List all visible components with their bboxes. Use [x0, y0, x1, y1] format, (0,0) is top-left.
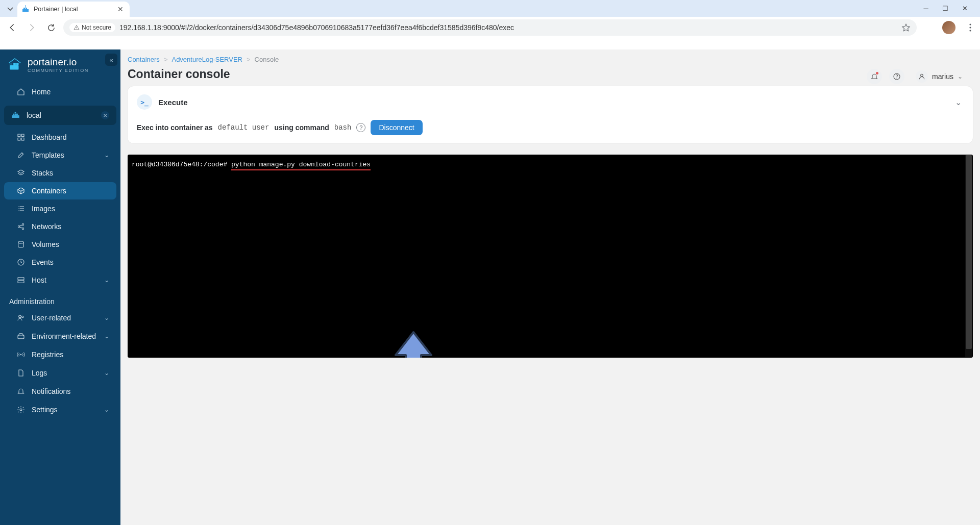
forward-button[interactable] [24, 20, 39, 35]
sidebar-item-notifications[interactable]: Notifications [4, 383, 116, 400]
sidebar-item-templates[interactable]: Templates ⌄ [4, 146, 116, 164]
svg-line-31 [19, 225, 22, 227]
list-icon [16, 205, 26, 213]
sidebar-item-label: Templates [32, 151, 64, 159]
sidebar-item-images[interactable]: Images [4, 200, 116, 217]
terminal[interactable]: root@d34306d75e48:/code# python manage.p… [128, 155, 973, 358]
sidebar-item-label: Environment-related [32, 332, 96, 340]
chrome-menu-button[interactable] [966, 23, 975, 32]
sidebar-section-administration: Administration [0, 289, 120, 309]
sidebar-item-label: Notifications [32, 387, 70, 395]
browser-tab[interactable]: Portainer | local ✕ [17, 2, 130, 17]
svg-rect-2 [26, 8, 27, 9]
svg-point-37 [19, 315, 21, 318]
scrollbar-thumb[interactable] [966, 155, 972, 349]
sidebar-item-label: Host [32, 276, 46, 284]
user-icon [916, 70, 928, 83]
svg-point-25 [18, 206, 18, 207]
sidebar-item-host[interactable]: Host ⌄ [4, 271, 116, 289]
security-badge-label: Not secure [82, 24, 111, 31]
sidebar-item-label: Volumes [32, 240, 59, 248]
sidebar-item-settings[interactable]: Settings ⌄ [4, 401, 116, 418]
box-icon [16, 187, 26, 195]
sidebar-environment[interactable]: local ✕ [4, 106, 116, 125]
sidebar-item-logs[interactable]: Logs ⌄ [4, 364, 116, 382]
portainer-favicon [21, 5, 30, 13]
breadcrumb: Containers > AdventureLog-SERVER > Conso… [128, 49, 973, 66]
sidebar-item-networks[interactable]: Networks [4, 218, 116, 235]
portainer-app: portainer.io COMMUNITY EDITION « Home lo… [0, 49, 980, 525]
help-button[interactable] [889, 69, 904, 84]
window-minimize-button[interactable]: ─ [921, 5, 931, 12]
tab-title: Portainer | local [34, 6, 115, 13]
sidebar-item-label: Stacks [32, 169, 53, 177]
user-name: marius [932, 72, 953, 81]
exec-command: bash [334, 123, 352, 132]
terminal-command: python manage.py download-countries [231, 161, 371, 168]
svg-rect-1 [23, 8, 25, 9]
layers-icon [16, 169, 26, 177]
help-icon[interactable]: ? [356, 123, 365, 132]
sidebar-item-stacks[interactable]: Stacks [4, 164, 116, 182]
terminal-line: root@d34306d75e48:/code# python manage.p… [132, 161, 969, 168]
svg-point-43 [896, 78, 897, 78]
svg-point-7 [969, 30, 971, 31]
svg-point-5 [969, 23, 971, 25]
radio-icon [16, 351, 26, 359]
terminal-icon: >_ [137, 94, 152, 110]
reload-button[interactable] [44, 20, 58, 35]
sidebar-collapse-button[interactable]: « [105, 54, 117, 66]
sidebar-item-environment-related[interactable]: Environment-related ⌄ [4, 328, 116, 345]
security-badge[interactable]: Not secure [69, 23, 115, 32]
sidebar-header: portainer.io COMMUNITY EDITION « [0, 49, 120, 81]
svg-point-6 [969, 27, 971, 28]
window-close-button[interactable]: ✕ [960, 5, 970, 12]
sidebar-item-registries[interactable]: Registries [4, 346, 116, 363]
sidebar: portainer.io COMMUNITY EDITION « Home lo… [0, 49, 120, 525]
svg-point-41 [20, 409, 22, 411]
svg-rect-16 [16, 114, 18, 115]
window-maximize-button[interactable]: ☐ [940, 5, 950, 12]
home-icon [16, 88, 26, 96]
brand[interactable]: portainer.io COMMUNITY EDITION [7, 57, 89, 73]
sidebar-item-user-related[interactable]: User-related ⌄ [4, 309, 116, 327]
database-icon [16, 240, 26, 248]
sidebar-item-dashboard[interactable]: Dashboard [4, 129, 116, 146]
svg-rect-19 [21, 134, 24, 137]
svg-point-33 [18, 241, 24, 243]
sidebar-item-home[interactable]: Home [4, 83, 116, 101]
profile-avatar[interactable] [942, 21, 955, 34]
sidebar-item-events[interactable]: Events [4, 254, 116, 271]
top-actions: marius ⌄ [867, 68, 973, 85]
sidebar-item-label: Settings [32, 406, 58, 414]
file-icon [16, 369, 26, 377]
page-title: Container console [128, 66, 230, 86]
share-icon [16, 222, 26, 231]
back-button[interactable] [5, 20, 19, 35]
svg-rect-11 [13, 63, 16, 65]
execute-header[interactable]: >_ Execute ⌄ [137, 94, 964, 110]
tab-search-button[interactable] [3, 2, 17, 15]
annotation-arrow [388, 327, 439, 358]
user-menu[interactable]: marius ⌄ [912, 68, 967, 85]
brand-name: portainer.io [28, 57, 89, 68]
svg-line-32 [19, 227, 22, 229]
terminal-scrollbar[interactable] [965, 155, 972, 357]
sidebar-item-label: Home [32, 88, 51, 96]
breadcrumb-container-name[interactable]: AdventureLog-SERVER [172, 56, 242, 63]
breadcrumb-containers[interactable]: Containers [128, 56, 160, 63]
chevron-down-icon: ⌄ [104, 369, 109, 377]
notifications-button[interactable] [867, 69, 882, 84]
help-icon [893, 72, 901, 81]
sidebar-item-label: Registries [32, 351, 63, 359]
sidebar-item-containers[interactable]: Containers [4, 182, 116, 199]
address-bar[interactable]: Not secure 192.168.1.18:9000/#!/2/docker… [63, 19, 917, 36]
disconnect-button[interactable]: Disconnect [371, 120, 422, 135]
bell-icon [870, 72, 878, 81]
tab-close-button[interactable]: ✕ [115, 5, 126, 13]
bookmark-button[interactable] [901, 23, 911, 32]
environment-close-button[interactable]: ✕ [101, 111, 109, 119]
brand-subtitle: COMMUNITY EDITION [28, 68, 89, 73]
sidebar-item-volumes[interactable]: Volumes [4, 236, 116, 253]
breadcrumb-separator: > [247, 56, 251, 63]
